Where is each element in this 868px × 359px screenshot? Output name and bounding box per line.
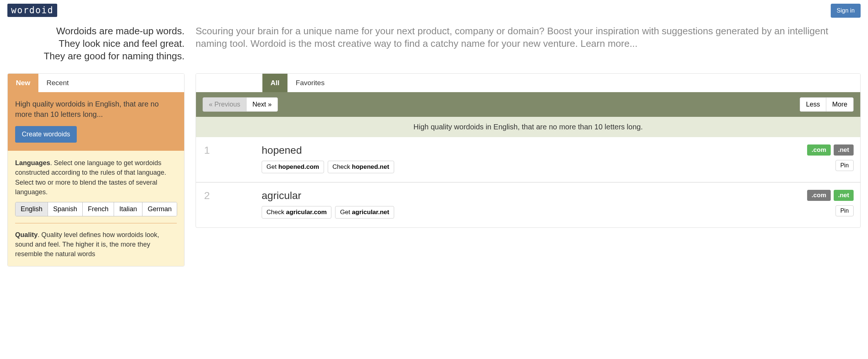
results-tabs: All Favorites [196,74,860,92]
sidebar-summary-panel: High quality wordoids in English, that a… [8,92,184,151]
pin-button[interactable]: Pin [836,205,854,216]
domain-get-com[interactable]: Get hopened.com [262,161,324,173]
tagline-line: They are good for naming things. [7,50,185,63]
badge-com: .com [807,190,831,201]
result-number: 1 [203,144,262,156]
languages-title: Languages [15,159,50,167]
tab-favorites[interactable]: Favorites [287,74,333,92]
logo[interactable]: wordoid [7,4,57,17]
results-panel: All Favorites « Previous Next » Less Mor… [196,73,861,228]
tagline: Wordoids are made-up words. They look ni… [7,25,185,62]
description: Scouring your brain for a unique name fo… [196,25,861,62]
tab-all[interactable]: All [262,74,287,92]
pagination: « Previous Next » [203,97,278,112]
less-button[interactable]: Less [800,97,826,112]
quality-section: Quality. Quality level defines how wordo… [15,230,177,259]
sidebar-summary-text: High quality wordoids in English, that a… [15,99,177,119]
tab-new[interactable]: New [8,74,38,92]
tagline-line: They look nice and feel great. [7,38,185,50]
domain-check-com[interactable]: Check agricular.com [262,206,331,219]
lang-english[interactable]: English [16,202,48,216]
lang-italian[interactable]: Italian [114,202,142,216]
badge-net: .net [834,190,854,201]
result-right: .com .net Pin [807,190,854,216]
result-word: agricular [262,190,807,202]
lang-german[interactable]: German [142,202,177,216]
result-word: hopened [262,144,807,156]
create-wordoids-button[interactable]: Create wordoids [15,126,77,143]
quality-text: Quality. Quality level defines how wordo… [15,230,177,259]
tagline-line: Wordoids are made-up words. [7,25,185,38]
badges: .com .net [807,144,854,156]
result-row: 1 hopened Get hopened.com Check hopened.… [196,137,860,182]
languages-text: Languages. Select one language to get wo… [15,158,177,196]
domain-check-net[interactable]: Check hopened.net [328,161,394,173]
badge-net: .net [834,144,854,156]
language-buttons: English Spanish French Italian German [15,202,177,216]
lang-spanish[interactable]: Spanish [48,202,83,216]
sidebar-options: Languages. Select one language to get wo… [8,151,184,266]
description-text: Scouring your brain for a unique name fo… [196,25,828,49]
result-body: agricular Check agricular.com Get agricu… [262,190,807,219]
tab-recent[interactable]: Recent [38,74,77,92]
languages-section: Languages. Select one language to get wo… [15,158,177,223]
results-summary: High quality wordoids in English, that a… [196,117,860,137]
domain-buttons: Check agricular.com Get agricular.net [262,206,807,219]
previous-button[interactable]: « Previous [203,97,246,112]
more-button[interactable]: More [826,97,854,112]
badge-com: .com [807,144,831,156]
signin-button[interactable]: Sign in [831,4,861,18]
results-toolbar: « Previous Next » Less More [196,92,860,117]
lang-french[interactable]: French [83,202,114,216]
next-button[interactable]: Next » [246,97,278,112]
result-number: 2 [203,190,262,202]
domain-get-net[interactable]: Get agricular.net [335,206,394,219]
badges: .com .net [807,190,854,201]
sidebar-tabs: New Recent [8,74,184,92]
learn-more-link[interactable]: Learn more... [581,38,638,49]
result-body: hopened Get hopened.com Check hopened.ne… [262,144,807,173]
domain-buttons: Get hopened.com Check hopened.net [262,161,807,173]
result-right: .com .net Pin [807,144,854,171]
sidebar: New Recent High quality wordoids in Engl… [7,73,185,266]
result-row: 2 agricular Check agricular.com Get agri… [196,182,860,227]
quality-title: Quality [15,231,38,238]
less-more: Less More [800,97,854,112]
pin-button[interactable]: Pin [836,160,854,171]
